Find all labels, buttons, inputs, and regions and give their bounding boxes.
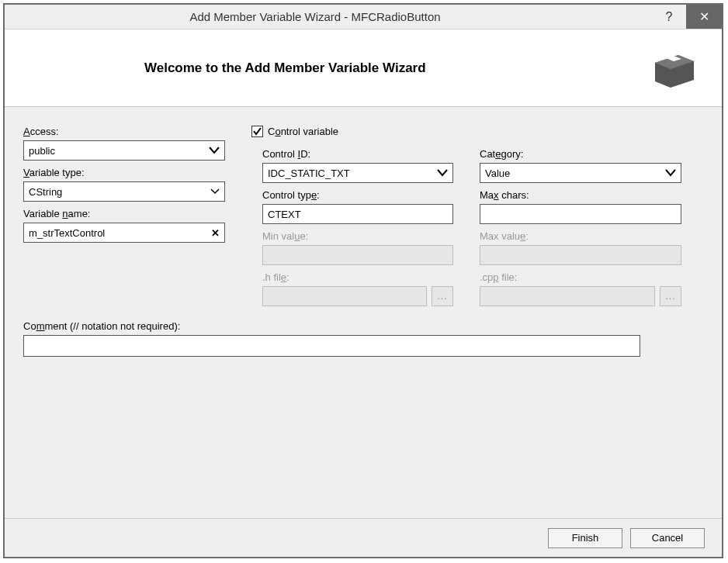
max-chars-input[interactable] bbox=[480, 204, 681, 224]
h-file-label: .h file: bbox=[262, 271, 453, 283]
help-icon: ? bbox=[666, 10, 673, 24]
variable-name-input[interactable]: m_strTextControl ✕ bbox=[23, 223, 225, 243]
comment-label: Comment (// notation not required): bbox=[23, 320, 703, 332]
column-middle: Control variable Control ID: IDC_STATIC_… bbox=[251, 119, 453, 306]
comment-block: Comment (// notation not required): bbox=[23, 314, 703, 357]
column-right: Category: Value Max chars: Max value: .c… bbox=[480, 119, 681, 306]
banner-icon bbox=[636, 49, 699, 88]
content-area: Access: public Variable type: CString Va… bbox=[5, 107, 722, 518]
banner-heading: Welcome to the Add Member Variable Wizar… bbox=[28, 60, 636, 76]
control-variable-label: Control variable bbox=[268, 126, 338, 137]
variable-type-label: Variable type: bbox=[23, 167, 225, 178]
clear-icon[interactable]: ✕ bbox=[211, 227, 220, 239]
access-value: public bbox=[29, 145, 55, 157]
chevron-down-icon bbox=[210, 188, 220, 195]
cpp-file-browse-button: ... bbox=[660, 286, 681, 306]
variable-name-label: Variable name: bbox=[23, 208, 225, 219]
control-variable-checkbox-row[interactable]: Control variable bbox=[251, 126, 453, 137]
titlebar-buttons: ? ✕ bbox=[652, 5, 722, 29]
finish-button[interactable]: Finish bbox=[548, 528, 622, 548]
banner: Welcome to the Add Member Variable Wizar… bbox=[5, 29, 722, 107]
control-id-label: Control ID: bbox=[262, 148, 453, 160]
control-type-input[interactable]: CTEXT bbox=[262, 204, 453, 224]
max-value-label: Max value: bbox=[480, 230, 681, 242]
box-icon bbox=[647, 49, 699, 88]
max-chars-label: Max chars: bbox=[480, 189, 681, 201]
chevron-down-icon bbox=[209, 147, 220, 154]
close-icon: ✕ bbox=[699, 9, 709, 24]
check-icon bbox=[253, 127, 262, 136]
cpp-file-input bbox=[480, 286, 655, 306]
access-label: Access: bbox=[23, 126, 225, 137]
control-type-value: CTEXT bbox=[268, 209, 301, 220]
category-label: Category: bbox=[480, 148, 681, 160]
chevron-down-icon bbox=[665, 169, 676, 177]
chevron-down-icon bbox=[437, 169, 448, 177]
control-type-label: Control type: bbox=[262, 189, 453, 201]
cpp-file-label: .cpp file: bbox=[480, 271, 681, 283]
category-combo[interactable]: Value bbox=[480, 163, 681, 183]
help-button[interactable]: ? bbox=[652, 5, 686, 29]
control-variable-checkbox[interactable] bbox=[251, 126, 263, 137]
close-button[interactable]: ✕ bbox=[686, 5, 722, 29]
control-id-combo[interactable]: IDC_STATIC_TXT bbox=[262, 163, 453, 183]
h-file-browse-button: ... bbox=[432, 286, 453, 306]
ellipsis-icon: ... bbox=[437, 291, 447, 302]
ellipsis-icon: ... bbox=[665, 291, 675, 302]
wizard-dialog: Add Member Variable Wizard - MFCRadioBut… bbox=[3, 3, 723, 558]
window-title: Add Member Variable Wizard - MFCRadioBut… bbox=[9, 10, 652, 23]
variable-type-combo[interactable]: CString bbox=[23, 181, 225, 202]
comment-input[interactable] bbox=[23, 335, 640, 357]
titlebar: Add Member Variable Wizard - MFCRadioBut… bbox=[5, 5, 722, 29]
access-combo[interactable]: public bbox=[23, 140, 225, 161]
variable-type-value: CString bbox=[29, 186, 62, 198]
max-value-input bbox=[480, 245, 681, 265]
cancel-button[interactable]: Cancel bbox=[630, 528, 705, 548]
column-left: Access: public Variable type: CString Va… bbox=[23, 119, 225, 243]
h-file-input bbox=[262, 286, 427, 306]
min-value-label: Min value: bbox=[262, 230, 453, 242]
variable-name-value: m_strTextControl bbox=[29, 227, 105, 239]
min-value-input bbox=[262, 245, 453, 265]
footer: Finish Cancel bbox=[5, 518, 722, 557]
category-value: Value bbox=[485, 168, 510, 179]
control-id-value: IDC_STATIC_TXT bbox=[268, 168, 350, 179]
